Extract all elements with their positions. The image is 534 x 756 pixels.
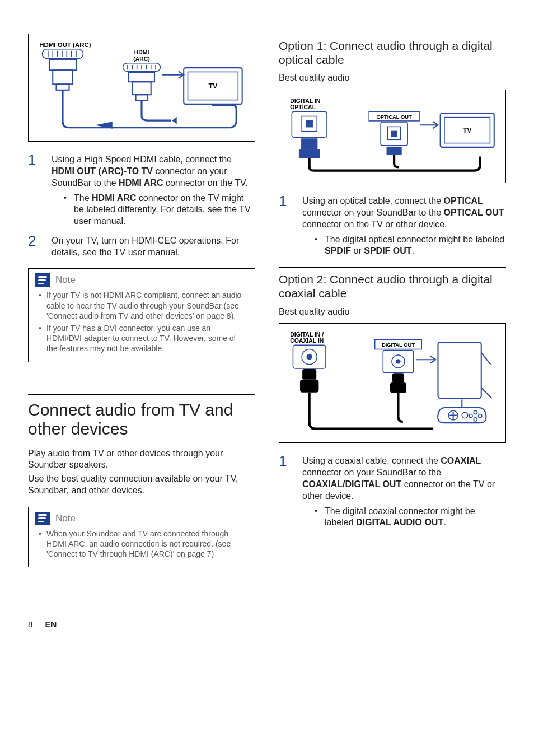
step-2: On your TV, turn on HDMI-CEC operations.…: [28, 235, 255, 259]
section-paragraph: Use the best quality connection availabl…: [28, 473, 255, 497]
svg-text:DIGITAL OUT: DIGITAL OUT: [382, 342, 415, 348]
svg-point-67: [474, 411, 477, 414]
svg-text:COAXIAL IN: COAXIAL IN: [290, 338, 324, 344]
svg-rect-41: [391, 131, 397, 137]
option2-heading: Option 2: Connect audio through a digita…: [279, 267, 506, 300]
svg-rect-10: [57, 84, 69, 90]
note-icon: [35, 273, 50, 287]
svg-rect-35: [301, 138, 317, 149]
optical-step-1: Using an optical cable, connect the OPTI…: [279, 195, 506, 257]
svg-text:OPTICAL OUT: OPTICAL OUT: [376, 114, 412, 120]
diagram-label-tv: TV: [208, 82, 218, 90]
svg-point-68: [479, 414, 482, 418]
optical-steps: Using an optical cable, connect the OPTI…: [279, 195, 506, 257]
svg-rect-52: [302, 369, 316, 380]
diagram-optical: DIGITAL IN OPTICAL OPTICAL OUT: [279, 90, 506, 183]
svg-point-70: [469, 414, 472, 418]
svg-point-66: [462, 413, 467, 418]
coaxial-step-1: Using a coaxial cable, connect the COAXI…: [279, 455, 506, 529]
svg-rect-34: [306, 120, 313, 128]
svg-point-51: [306, 354, 312, 360]
svg-text:(ARC): (ARC): [133, 56, 150, 62]
note-title: Note: [55, 274, 76, 286]
svg-rect-9: [53, 70, 73, 84]
coaxial-step-1-sub: The digital coaxial connector might be l…: [315, 506, 506, 529]
section-paragraph: Play audio from TV or other devices thro…: [28, 448, 255, 472]
svg-rect-62: [438, 342, 481, 398]
note-item: If your TV is not HDMI ARC compliant, co…: [35, 290, 248, 321]
note-item: When your Soundbar and TV are connected …: [35, 529, 248, 559]
svg-rect-42: [387, 147, 402, 155]
svg-rect-8: [49, 60, 76, 71]
option2-subcaption: Best quality audio: [279, 306, 506, 318]
step-1: Using a High Speed HDMI cable, connect t…: [28, 154, 255, 227]
note-box-2: Note When your Soundbar and TV are conne…: [28, 507, 255, 568]
option1-heading: Option 1: Connect audio through a digita…: [279, 34, 506, 67]
option1-subcaption: Best quality audio: [279, 72, 506, 84]
svg-rect-60: [390, 382, 406, 393]
note-item: If your TV has a DVI connector, you can …: [35, 323, 248, 354]
svg-rect-36: [299, 149, 320, 158]
page-lang: EN: [45, 619, 57, 629]
diagram-label-out: HDMI OUT (ARC): [39, 41, 91, 48]
svg-rect-59: [392, 374, 404, 383]
hdmi-steps: Using a High Speed HDMI cable, connect t…: [28, 154, 255, 258]
page-footer: 8 EN: [28, 619, 506, 630]
svg-point-69: [474, 418, 477, 421]
note-box-1: Note If your TV is not HDMI ARC complian…: [28, 268, 255, 362]
coaxial-steps: Using a coaxial cable, connect the COAXI…: [279, 455, 506, 529]
svg-text:OPTICAL: OPTICAL: [290, 104, 316, 110]
svg-text:DIGITAL IN /: DIGITAL IN /: [290, 332, 324, 338]
svg-point-58: [396, 360, 400, 364]
svg-text:HDMI: HDMI: [134, 49, 149, 55]
svg-text:DIGITAL IN: DIGITAL IN: [290, 98, 320, 104]
note-title: Note: [55, 512, 76, 525]
section-heading: Connect audio from TV and other devices: [28, 394, 255, 439]
svg-text:TV: TV: [463, 127, 472, 134]
note-icon: [35, 512, 50, 525]
page-number: 8: [28, 619, 32, 629]
diagram-hdmi-arc: HDMI OUT (ARC) HDMI (ARC): [28, 34, 255, 142]
svg-rect-21: [129, 72, 154, 82]
svg-rect-22: [132, 82, 151, 95]
svg-rect-23: [136, 95, 148, 100]
optical-step-1-sub: The digital optical connector might be l…: [315, 234, 506, 258]
diagram-coaxial: DIGITAL IN / COAXIAL IN DIGITAL OUT: [279, 323, 506, 443]
step-1-sub: The HDMI ARC connector on the TV might b…: [64, 193, 255, 227]
svg-rect-53: [300, 380, 318, 393]
